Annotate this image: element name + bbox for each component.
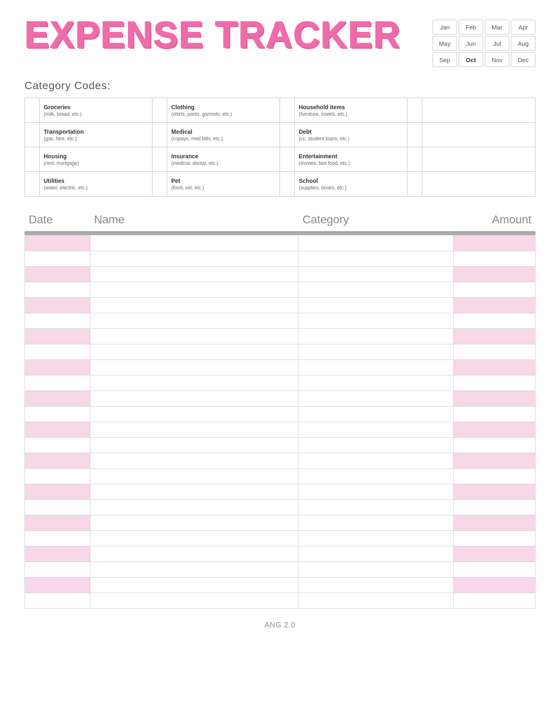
month-jun[interactable]: Jun: [459, 36, 483, 51]
amount-cell[interactable]: [454, 406, 535, 422]
amount-cell[interactable]: [454, 577, 535, 593]
name-cell[interactable]: [90, 562, 298, 577]
table-row[interactable]: [25, 437, 535, 453]
amount-cell[interactable]: [454, 360, 535, 375]
month-aug[interactable]: Aug: [511, 36, 535, 51]
month-apr[interactable]: Apr: [511, 20, 535, 34]
date-cell[interactable]: [25, 360, 90, 375]
name-cell[interactable]: [90, 391, 298, 406]
name-cell[interactable]: [90, 453, 298, 468]
amount-cell[interactable]: [454, 251, 535, 266]
category-cell[interactable]: [298, 251, 454, 266]
date-cell[interactable]: [25, 546, 90, 562]
date-cell[interactable]: [25, 313, 90, 328]
category-cell[interactable]: [298, 328, 454, 344]
table-row[interactable]: [25, 251, 535, 266]
amount-cell[interactable]: [454, 266, 535, 282]
amount-cell[interactable]: [454, 437, 535, 453]
month-jan[interactable]: Jan: [432, 20, 457, 34]
category-cell[interactable]: [298, 282, 454, 297]
category-cell[interactable]: [298, 344, 454, 360]
amount-cell[interactable]: [454, 391, 535, 406]
date-cell[interactable]: [25, 297, 90, 313]
category-cell[interactable]: [298, 235, 454, 251]
amount-cell[interactable]: [454, 499, 535, 515]
table-row[interactable]: [25, 499, 535, 515]
amount-cell[interactable]: [454, 468, 535, 484]
table-row[interactable]: [25, 530, 535, 546]
date-cell[interactable]: [25, 266, 90, 282]
category-cell[interactable]: [298, 468, 454, 484]
month-may[interactable]: May: [432, 36, 457, 51]
table-row[interactable]: [25, 422, 535, 437]
month-mar[interactable]: Mar: [485, 20, 509, 34]
category-cell[interactable]: [298, 484, 454, 499]
category-cell[interactable]: [298, 562, 454, 577]
amount-cell[interactable]: [454, 282, 535, 297]
table-row[interactable]: [25, 266, 535, 282]
table-row[interactable]: [25, 453, 535, 468]
table-row[interactable]: [25, 297, 535, 313]
date-cell[interactable]: [25, 282, 90, 297]
category-cell[interactable]: [298, 266, 454, 282]
category-cell[interactable]: [298, 453, 454, 468]
date-cell[interactable]: [25, 515, 90, 530]
amount-cell[interactable]: [454, 328, 535, 344]
table-row[interactable]: [25, 391, 535, 406]
table-row[interactable]: [25, 313, 535, 328]
amount-cell[interactable]: [454, 375, 535, 391]
category-cell[interactable]: [298, 406, 454, 422]
name-cell[interactable]: [90, 406, 298, 422]
date-cell[interactable]: [25, 391, 90, 406]
amount-cell[interactable]: [454, 344, 535, 360]
name-cell[interactable]: [90, 530, 298, 546]
amount-cell[interactable]: [454, 235, 535, 251]
date-cell[interactable]: [25, 468, 90, 484]
date-cell[interactable]: [25, 328, 90, 344]
name-cell[interactable]: [90, 328, 298, 344]
amount-cell[interactable]: [454, 562, 535, 577]
table-row[interactable]: [25, 484, 535, 499]
name-cell[interactable]: [90, 360, 298, 375]
category-cell[interactable]: [298, 437, 454, 453]
table-row[interactable]: [25, 282, 535, 297]
date-cell[interactable]: [25, 344, 90, 360]
category-cell[interactable]: [298, 297, 454, 313]
name-cell[interactable]: [90, 499, 298, 515]
table-row[interactable]: [25, 375, 535, 391]
date-cell[interactable]: [25, 375, 90, 391]
amount-cell[interactable]: [454, 530, 535, 546]
name-cell[interactable]: [90, 344, 298, 360]
table-row[interactable]: [25, 406, 535, 422]
name-cell[interactable]: [90, 437, 298, 453]
date-cell[interactable]: [25, 499, 90, 515]
amount-cell[interactable]: [454, 453, 535, 468]
month-feb[interactable]: Feb: [459, 20, 483, 34]
table-row[interactable]: [25, 360, 535, 375]
name-cell[interactable]: [90, 282, 298, 297]
table-row[interactable]: [25, 328, 535, 344]
name-cell[interactable]: [90, 313, 298, 328]
name-cell[interactable]: [90, 577, 298, 593]
category-cell[interactable]: [298, 546, 454, 562]
name-cell[interactable]: [90, 546, 298, 562]
table-row[interactable]: [25, 344, 535, 360]
amount-cell[interactable]: [454, 546, 535, 562]
category-cell[interactable]: [298, 499, 454, 515]
date-cell[interactable]: [25, 406, 90, 422]
date-cell[interactable]: [25, 577, 90, 593]
category-cell[interactable]: [298, 530, 454, 546]
table-row[interactable]: [25, 577, 535, 593]
name-cell[interactable]: [90, 251, 298, 266]
category-cell[interactable]: [298, 422, 454, 437]
amount-cell[interactable]: [454, 422, 535, 437]
name-cell[interactable]: [90, 266, 298, 282]
date-cell[interactable]: [25, 484, 90, 499]
month-dec[interactable]: Dec: [511, 52, 535, 67]
category-cell[interactable]: [298, 391, 454, 406]
amount-cell[interactable]: [454, 593, 535, 608]
month-oct[interactable]: Oct: [459, 52, 483, 67]
category-cell[interactable]: [298, 593, 454, 608]
category-cell[interactable]: [298, 313, 454, 328]
name-cell[interactable]: [90, 422, 298, 437]
